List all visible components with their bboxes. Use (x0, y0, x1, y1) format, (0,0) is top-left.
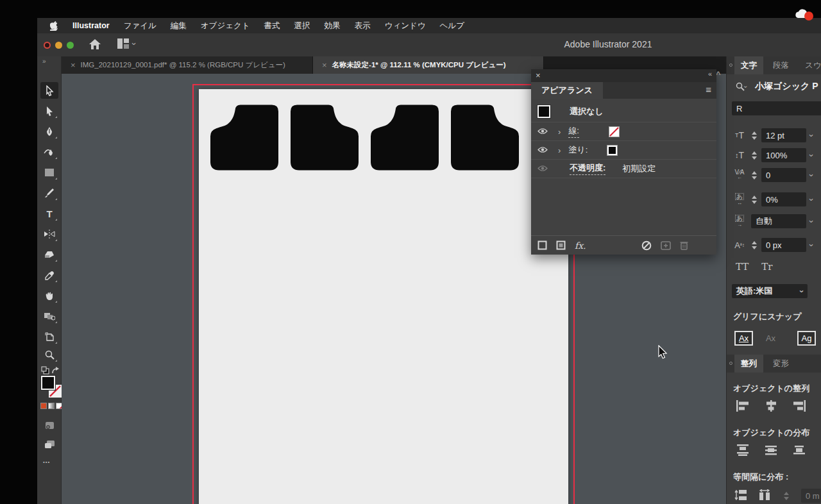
appearance-row-selection[interactable]: 選択なし (531, 101, 716, 122)
stroke-link[interactable]: 線: (568, 125, 579, 138)
color-button[interactable] (40, 403, 47, 409)
menu-select[interactable]: 選択 (294, 21, 310, 31)
artboard[interactable] (199, 89, 568, 504)
eyedropper-tool[interactable] (40, 267, 58, 283)
close-tab-icon[interactable]: × (71, 60, 76, 70)
fill-swatch-black[interactable] (607, 145, 618, 156)
visibility-eye-icon[interactable] (537, 127, 548, 137)
close-panel-icon[interactable]: × (536, 71, 541, 81)
mat-shape-1[interactable] (210, 105, 278, 171)
delete-item-icon[interactable] (680, 240, 688, 250)
paintbrush-tool[interactable] (40, 185, 58, 201)
menu-view[interactable]: 表示 (355, 21, 371, 31)
align-right-button[interactable] (792, 400, 806, 414)
snap-baseline-button[interactable]: Ax (734, 331, 753, 346)
font-size-stepper[interactable] (751, 131, 758, 140)
expand-tools-icon[interactable]: » (42, 58, 46, 65)
tab-paragraph[interactable]: 段落 (766, 56, 795, 74)
add-effect-icon[interactable]: fx. (575, 240, 586, 251)
snap-angle-button[interactable]: Ax (761, 331, 780, 346)
snap-glyph-bounds-button[interactable]: Ag (797, 331, 816, 346)
language-field[interactable]: 英語:米国 › (732, 284, 808, 298)
direct-selection-tool[interactable] (40, 103, 58, 119)
menu-type[interactable]: 書式 (264, 21, 280, 31)
horizontal-spacing-button[interactable] (759, 489, 772, 503)
menu-window[interactable]: ウィンドウ (385, 21, 426, 31)
fill-label[interactable]: 塗り: (568, 144, 588, 156)
spacing-value-field[interactable]: 0 m (801, 489, 821, 503)
visibility-eye-icon[interactable] (537, 146, 548, 155)
font-size-field[interactable]: 12 pt (761, 128, 806, 142)
menu-effect[interactable]: 効果 (325, 21, 341, 31)
expand-row-icon[interactable]: › (558, 127, 561, 137)
distribute-top-button[interactable] (736, 444, 750, 458)
menu-edit[interactable]: 編集 (171, 21, 187, 31)
document-tab-1[interactable]: × IMG_20210129_0001.pdf* @ 115.2 % (RGB/… (62, 56, 313, 74)
eraser-tool[interactable] (40, 246, 58, 263)
visibility-eye-icon[interactable] (537, 164, 548, 174)
add-stroke-icon[interactable] (537, 240, 547, 250)
tsume-field[interactable]: 0% (761, 192, 806, 206)
home-icon[interactable] (89, 38, 101, 53)
kerning-stepper[interactable] (751, 171, 758, 180)
align-left-button[interactable] (736, 400, 750, 414)
fill-color-proxy[interactable] (41, 376, 55, 390)
curvature-tool[interactable] (40, 144, 58, 160)
appearance-row-fill[interactable]: › 塗り: (531, 141, 716, 160)
menu-file[interactable]: ファイル (124, 21, 157, 31)
rectangle-tool[interactable] (40, 164, 58, 181)
font-style-field[interactable]: R (732, 101, 821, 115)
tab-transform[interactable]: 変形 (766, 355, 795, 373)
menu-app-name[interactable]: Illustrator (72, 21, 110, 30)
expand-row-icon[interactable]: › (558, 146, 561, 155)
add-fill-icon[interactable] (556, 240, 566, 250)
search-icon[interactable]: › (732, 82, 751, 91)
spacing-stepper[interactable] (783, 492, 790, 500)
chevron-down-icon[interactable]: › (807, 154, 817, 156)
chevron-down-icon[interactable]: › (807, 244, 817, 246)
tab-character[interactable]: 文字 (734, 56, 763, 74)
baseline-shift-stepper[interactable] (751, 241, 758, 249)
all-caps-button[interactable]: TT (736, 261, 749, 273)
align-center-button[interactable] (764, 400, 778, 414)
vertical-scale-field[interactable]: 100% (761, 148, 806, 162)
creative-cloud-icon[interactable] (793, 8, 815, 24)
chevron-down-icon[interactable]: › (807, 198, 817, 201)
baseline-shift-field[interactable]: 0 px (761, 238, 806, 252)
document-tab-2[interactable]: × 名称未設定-1* @ 112.11 % (CMYK/CPU プレビュー) (313, 56, 544, 74)
tab-align[interactable]: 整列 (734, 355, 763, 373)
screen-mode-button[interactable] (40, 436, 58, 453)
menu-help[interactable]: ヘルプ (440, 21, 464, 31)
aki-field[interactable]: 自動 (751, 214, 806, 228)
close-tab-icon[interactable]: × (322, 60, 327, 70)
edit-toolbar-icon[interactable]: ••• (43, 459, 50, 465)
appearance-row-opacity[interactable]: 不透明度: 初期設定 (531, 160, 716, 178)
distribute-vcenter-button[interactable] (764, 444, 778, 458)
chevron-down-icon[interactable]: › (807, 174, 817, 176)
tsume-stepper[interactable] (751, 196, 758, 204)
apple-menu-icon[interactable] (50, 21, 58, 31)
type-tool[interactable]: T (40, 205, 58, 222)
distribute-bottom-button[interactable] (792, 444, 806, 458)
mat-shape-3[interactable] (371, 105, 439, 171)
drawing-mode-button[interactable] (40, 417, 58, 433)
hand-tool[interactable] (40, 287, 58, 304)
panel-menu-icon[interactable]: ≡ (706, 84, 711, 95)
stroke-swatch-none[interactable] (609, 126, 620, 137)
vertical-spacing-button[interactable] (734, 489, 747, 503)
tab-swatches[interactable]: スウォッチ (799, 56, 821, 74)
pen-tool[interactable] (40, 123, 58, 140)
minimize-window-button[interactable] (55, 42, 62, 49)
menu-object[interactable]: オブジェクト (201, 21, 250, 31)
chevron-down-icon[interactable]: › (807, 134, 817, 137)
font-family-value[interactable]: 小塚ゴシック P (755, 81, 818, 92)
selection-tool[interactable] (40, 82, 58, 99)
kerning-field[interactable]: 0 (761, 168, 806, 182)
zoom-window-button[interactable] (67, 42, 74, 49)
vertical-scale-stepper[interactable] (751, 151, 758, 160)
collapse-panel-icon[interactable]: « (708, 70, 711, 78)
duplicate-item-icon[interactable] (661, 241, 671, 250)
shape-builder-tool[interactable] (40, 308, 58, 324)
clear-appearance-icon[interactable] (641, 240, 652, 251)
small-caps-button[interactable]: Tr (761, 261, 772, 273)
